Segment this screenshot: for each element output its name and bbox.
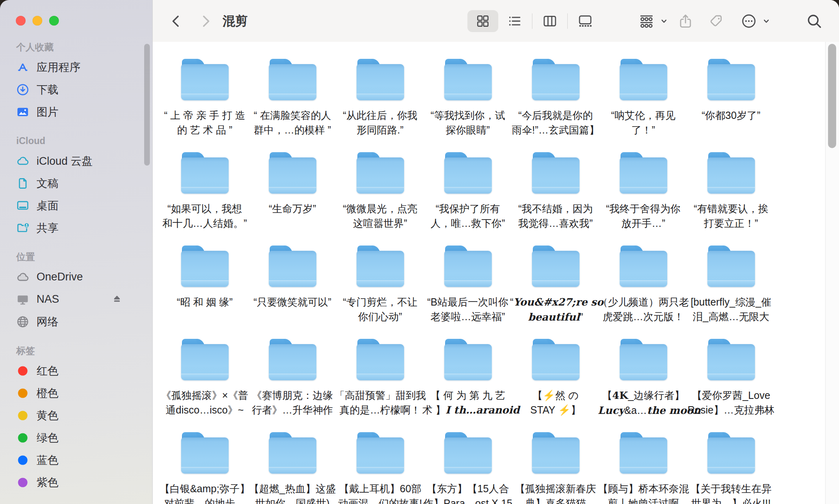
share-button[interactable] <box>677 0 694 42</box>
sidebar-item-label: NAS <box>37 293 59 306</box>
folder-item[interactable]: 《孤独摇滚》×《普通disco…isco》~ <box>161 339 249 432</box>
folder-label: “你都30岁了” <box>702 108 760 123</box>
forward-button[interactable] <box>197 0 214 42</box>
sidebar-item-nas[interactable]: NAS <box>0 288 152 310</box>
sidebar-scrollbar-thumb[interactable] <box>144 44 150 166</box>
content-scrollbar[interactable] <box>825 42 839 504</box>
search-button[interactable] <box>806 0 823 42</box>
view-gallery-button[interactable] <box>570 10 601 32</box>
folder-item[interactable]: “今后我就是你的雨伞!”…玄武国篇】 <box>512 59 599 152</box>
folder-item[interactable]: “我终于舍得为你放开手…” <box>599 152 687 246</box>
folder-item[interactable]: 【戴上耳机】60部动画混…们的故事! <box>336 432 424 504</box>
folder-label: “我不结婚，因为我觉得…喜欢我” <box>518 201 592 230</box>
folder-label: [butterfly_综漫_催泪_高燃…无限大 <box>691 295 772 324</box>
sidebar-item-tag-red[interactable]: 红色 <box>0 360 152 382</box>
folder-item[interactable]: “ 在满脸笑容的人群中，…的模样 ” <box>249 59 336 152</box>
sidebar-item-shared[interactable]: 共享 <box>0 217 152 239</box>
sidebar-item-pictures[interactable]: 图片 <box>0 101 152 123</box>
sidebar-item-label: 黄色 <box>37 408 58 423</box>
folder-item[interactable]: 【4K_边缘行者】Lucy&a…the moon <box>599 339 687 432</box>
folder-item[interactable]: “如果可以，我想和十几…人结婚。” <box>161 152 249 246</box>
folder-item[interactable]: “只要微笑就可以” <box>249 246 336 339</box>
tag-button[interactable] <box>708 0 724 42</box>
folder-item[interactable]: 【白银&amp;弥子】对前辈…的地步。 <box>161 432 249 504</box>
folder-item[interactable]: “ 上 帝 亲 手 打 造的 艺 术 品 ” <box>161 59 249 152</box>
close-button[interactable] <box>16 16 26 26</box>
shared-folder-icon <box>15 221 30 235</box>
folder-item[interactable]: （少儿频道）两只老虎爱跳…次元版！ <box>599 246 687 339</box>
sidebar-item-documents[interactable]: 文稿 <box>0 172 152 194</box>
folder-item[interactable]: 【超燃_热血】这盛世如你…国盛世) <box>249 432 336 504</box>
folder-item[interactable]: “专门剪烂，不让你们心动” <box>336 246 424 339</box>
sidebar-item-label: OneDrive <box>37 271 83 283</box>
folder-icon <box>357 339 404 380</box>
sidebar-item-onedrive[interactable]: OneDrive <box>0 266 152 288</box>
folder-icon <box>357 152 404 194</box>
view-grid-button[interactable] <box>467 10 498 32</box>
folder-label: “You&#x27;re sobeautiful” <box>510 295 601 325</box>
sidebar-item-tag-yellow[interactable]: 黄色 <box>0 404 152 426</box>
folder-item[interactable]: [butterfly_综漫_催泪_高燃…无限大 <box>687 246 775 339</box>
cloud-gray-icon <box>15 270 30 284</box>
folder-item[interactable]: “我保护了所有人，唯…救下你” <box>424 152 512 246</box>
folder-icon <box>181 59 229 100</box>
view-columns-button[interactable] <box>534 10 565 32</box>
sidebar-item-label: 绿色 <box>37 431 58 445</box>
folder-label: “ 在满脸笑容的人群中，…的模样 ” <box>254 108 331 137</box>
folder-item[interactable]: 《赛博朋克：边缘行者》…升华神作 <box>249 339 336 432</box>
sidebar-item-downloads[interactable]: 下载 <box>0 78 152 101</box>
more-options-button[interactable] <box>741 0 772 42</box>
folder-item[interactable]: “B站最后一次叫你老婆啦…远幸福” <box>424 246 512 339</box>
sidebar-item-tag-purple[interactable]: 紫色 <box>0 471 152 493</box>
zoom-button[interactable] <box>49 16 59 26</box>
folder-item[interactable]: 【关于我转生在异世界为…】必火!!! <box>687 432 775 504</box>
sidebar-item-label: 红色 <box>37 364 58 378</box>
dot-icon <box>15 386 30 401</box>
folder-label: “如果可以，我想和十几…人结婚。” <box>162 201 247 230</box>
sidebar-item-applications[interactable]: 应用程序 <box>0 56 152 78</box>
folder-item[interactable]: “你都30岁了” <box>687 59 775 152</box>
content-scrollbar-thumb[interactable] <box>828 44 836 148</box>
folder-item[interactable]: 【⚡然 のSTAY ⚡】 <box>512 339 599 432</box>
view-separator <box>567 13 568 29</box>
folder-item[interactable]: “有错就要认，挨打要立正！” <box>687 152 775 246</box>
sidebar-item-tag-orange[interactable]: 橙色 <box>0 382 152 404</box>
view-list-button[interactable] <box>499 10 530 32</box>
folder-item[interactable]: 「高甜预警」甜到我真的是…柠檬啊！ <box>336 339 424 432</box>
minimize-button[interactable] <box>32 16 42 26</box>
sidebar-item-tag-blue[interactable]: 蓝色 <box>0 449 152 471</box>
folder-item[interactable]: 【爱你罗茜_LoveRosie】…克拉弗林 <box>687 339 775 432</box>
sidebar-item-tag-green[interactable]: 绿色 <box>0 426 152 449</box>
folder-icon <box>269 152 316 194</box>
view-separator <box>532 13 532 29</box>
sidebar-item-icloud-drive[interactable]: iCloud 云盘 <box>0 150 152 172</box>
folder-item[interactable]: 【东方】【15人合作】Para…ost X 15 <box>424 432 512 504</box>
folder-icon <box>707 432 755 474</box>
main-area: 混剪 <box>152 0 839 504</box>
folder-item[interactable]: “昭 和 姻 缘” <box>161 246 249 339</box>
folder-item[interactable]: 【 何 为 第 九 艺术 】I th…aranoid <box>424 339 512 432</box>
folder-item[interactable]: 【顾与】桥本环奈混剪丨她曾活过啊 <box>599 432 687 504</box>
globe-icon <box>15 314 30 329</box>
folder-item[interactable]: “生命万岁” <box>249 152 336 246</box>
sidebar-item-label: 文稿 <box>37 176 58 191</box>
appstore-icon <box>15 60 30 75</box>
folder-item[interactable]: “微微晨光，点亮这喧嚣世界” <box>336 152 424 246</box>
sidebar-item-label: 网络 <box>37 314 58 329</box>
folder-icon <box>357 432 404 474</box>
group-by-control[interactable] <box>638 0 669 42</box>
document-icon <box>15 176 30 191</box>
sidebar-item-network[interactable]: 网络 <box>0 310 152 333</box>
eject-icon[interactable] <box>111 293 123 306</box>
dot-icon <box>15 453 30 467</box>
window-controls <box>16 16 59 26</box>
folder-item[interactable]: “呐艾伦，再见了！” <box>599 59 687 152</box>
folder-item[interactable]: “从此往后，你我形同陌路.” <box>336 59 424 152</box>
folder-label: “有错就要认，挨打要立正！” <box>694 201 768 230</box>
back-button[interactable] <box>168 0 184 42</box>
folder-item[interactable]: “我不结婚，因为我觉得…喜欢我” <box>512 152 599 246</box>
folder-item[interactable]: “You&#x27;re sobeautiful” <box>512 246 599 339</box>
folder-item[interactable]: 【孤独摇滚新春庆典】喜多猫猫 <box>512 432 599 504</box>
sidebar-item-desktop[interactable]: 桌面 <box>0 194 152 217</box>
folder-item[interactable]: “等我找到你，试探你眼睛” <box>424 59 512 152</box>
